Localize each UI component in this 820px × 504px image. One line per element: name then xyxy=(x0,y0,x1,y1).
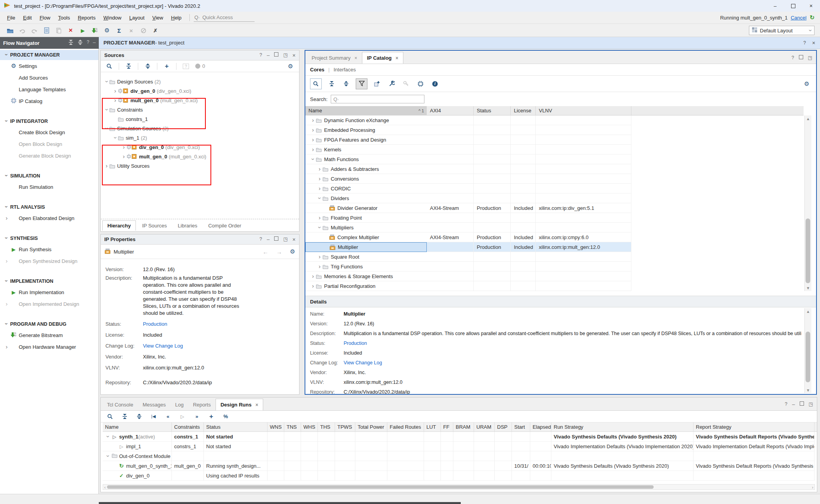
column-header-failed-routes[interactable]: Failed Routes xyxy=(387,422,424,431)
menu-view[interactable]: View xyxy=(148,13,167,22)
tab-cores[interactable]: Cores xyxy=(310,67,324,73)
sidebar-item-generate-block-design[interactable]: Generate Block Design xyxy=(0,150,98,161)
menu-edit[interactable]: Edit xyxy=(19,13,36,22)
ip-catalog-row[interactable]: Divider GeneratorAXI4-StreamProductionIn… xyxy=(305,203,804,213)
layout-selector[interactable]: Default Layout › xyxy=(749,26,815,35)
search-icon[interactable] xyxy=(310,78,322,89)
flow-section-header[interactable]: ›IP INTEGRATOR xyxy=(0,116,98,126)
chevron-right-icon[interactable]: › xyxy=(6,302,8,306)
ip-catalog-row[interactable]: ›Floating Point xyxy=(305,213,804,223)
ip-name-cell[interactable]: ›Adders & Subtracters xyxy=(305,164,427,174)
chevron-right-icon[interactable]: › xyxy=(319,167,321,171)
flow-section-header[interactable]: ›PROJECT MANAGER xyxy=(0,50,98,60)
sidebar-item-create-block-design[interactable]: Create Block Design xyxy=(0,126,98,138)
customize-icon[interactable] xyxy=(387,80,396,88)
sidebar-item-language-templates[interactable]: Language Templates xyxy=(0,83,98,95)
menu-file[interactable]: File xyxy=(3,13,19,22)
help-icon[interactable]: ? xyxy=(785,401,788,407)
ip-catalog-row[interactable]: ›Adders & Subtracters xyxy=(305,164,804,174)
sources-panel-header[interactable]: Sources ?–◳× xyxy=(101,50,299,60)
scroll-up-icon[interactable]: ▲ xyxy=(805,115,811,122)
column-header-axi4[interactable]: AXI4 xyxy=(427,106,474,115)
chevron-right-icon[interactable]: › xyxy=(114,89,116,93)
flow-section-header[interactable]: ›SIMULATION xyxy=(0,171,98,181)
ip-properties-header[interactable]: IP Properties ?–◳× xyxy=(101,234,299,245)
ip-catalog-row[interactable]: ›Square Root xyxy=(305,252,804,262)
sidebar-item-settings[interactable]: ⚙Settings xyxy=(0,60,98,72)
chevron-down-icon[interactable]: › xyxy=(105,80,109,82)
column-header-report-strategy[interactable]: Report Strategy xyxy=(693,422,815,431)
tab-tcl-console[interactable]: Tcl Console xyxy=(102,399,138,410)
percent-icon[interactable]: % xyxy=(221,412,230,421)
ip-name-cell[interactable]: ›Math Functions xyxy=(305,154,427,164)
source-tree-item[interactable]: ›sim_1(2) xyxy=(101,133,299,142)
column-header-dsp[interactable]: DSP xyxy=(495,422,512,431)
ip-name-cell[interactable]: Multiplier xyxy=(305,242,427,252)
scroll-up-icon[interactable]: ▲ xyxy=(805,308,811,314)
column-header-start[interactable]: Start xyxy=(512,422,530,431)
chevron-down-icon[interactable]: › xyxy=(4,280,8,282)
chevron-right-icon[interactable]: › xyxy=(6,345,8,349)
chevron-down-icon[interactable]: › xyxy=(106,455,110,457)
scroll-left-icon[interactable]: ‹ xyxy=(104,484,106,490)
ip-name-cell[interactable]: ›Kernels xyxy=(305,145,427,154)
settings-icon[interactable]: ⚙ xyxy=(802,80,811,88)
plus-icon[interactable]: + xyxy=(162,62,171,71)
collapse-all-icon[interactable] xyxy=(120,412,129,421)
ip-catalog-row[interactable]: MultiplierProductionIncludedxilinx.com:i… xyxy=(305,242,804,252)
help-icon[interactable]: ? xyxy=(803,40,806,46)
ip-name-cell[interactable]: ›FPGA Features and Design xyxy=(305,135,427,145)
column-header-wns[interactable]: WNS xyxy=(267,422,284,431)
column-header-lut[interactable]: LUT xyxy=(424,422,441,431)
ip-catalog-row[interactable]: ›Dynamic Function eXchange xyxy=(305,115,804,125)
chevron-right-icon[interactable]: › xyxy=(319,186,321,190)
chevron-right-icon[interactable]: › xyxy=(319,177,321,181)
chevron-down-icon[interactable]: › xyxy=(311,158,315,160)
source-tree-item[interactable]: ›mult_gen_0(mult_gen_0.xci) xyxy=(101,152,299,161)
help-icon[interactable]: ? xyxy=(791,55,794,60)
ip-catalog-row[interactable]: ›Dividers xyxy=(305,193,804,203)
step-back-icon[interactable]: « xyxy=(163,412,173,421)
search-icon[interactable] xyxy=(105,412,115,421)
chevron-down-icon[interactable]: › xyxy=(4,120,8,122)
sidebar-item-open-synthesized-design[interactable]: ›Open Synthesized Design xyxy=(0,255,98,267)
ip-name-cell[interactable]: Divider Generator xyxy=(305,203,427,213)
ip-catalog-row[interactable]: ›Memories & Storage Elements xyxy=(305,272,804,281)
column-header-tpws[interactable]: TPWS xyxy=(335,422,355,431)
help-icon[interactable]: ? xyxy=(87,39,89,46)
tab-messages[interactable]: Messages xyxy=(138,399,170,410)
ip-name-cell[interactable]: ›Partial Reconfiguration xyxy=(305,281,427,291)
column-header-license[interactable]: License xyxy=(511,106,536,115)
design-run-row[interactable]: ›▷synth_1 (active)constrs_1Not startedVi… xyxy=(103,432,817,442)
tab-log[interactable]: Log xyxy=(170,399,188,410)
chevron-right-icon[interactable]: › xyxy=(6,216,8,220)
sidebar-item-add-sources[interactable]: Add Sources xyxy=(0,72,98,83)
ip-name-cell[interactable]: ›Embedded Processing xyxy=(305,125,427,135)
column-header-bram[interactable]: BRAM xyxy=(453,422,474,431)
design-run-row[interactable]: ›Out-of-Context Module Runs xyxy=(103,451,817,461)
source-tree-item[interactable]: ›Utility Sources xyxy=(101,161,299,170)
column-header-ff[interactable]: FF xyxy=(441,422,453,431)
menu-tools[interactable]: Tools xyxy=(54,13,74,22)
ip-catalog-row[interactable]: ›Embedded Processing xyxy=(305,125,804,135)
tab-libraries[interactable]: Libraries xyxy=(173,221,202,231)
help-icon[interactable]: ? xyxy=(260,236,262,243)
ip-name-cell[interactable]: ›Memories & Storage Elements xyxy=(305,272,427,281)
field-value-link[interactable]: Production xyxy=(143,321,167,328)
filter-icon[interactable] xyxy=(356,78,367,89)
chevron-right-icon[interactable]: › xyxy=(312,274,314,278)
flow-section-header[interactable]: ›SYNTHESIS xyxy=(0,233,98,243)
run-icon[interactable]: ▶ xyxy=(78,26,87,35)
close-icon[interactable]: × xyxy=(812,40,815,46)
column-header-status[interactable]: Status xyxy=(474,106,511,115)
settings-icon[interactable]: ⚙ xyxy=(290,248,295,255)
document-icon[interactable] xyxy=(42,26,51,35)
column-header-whs[interactable]: WHS xyxy=(301,422,318,431)
ip-name-cell[interactable]: ›Multipliers xyxy=(305,223,427,232)
generate-icon[interactable] xyxy=(416,80,425,88)
design-run-row[interactable]: ▷impl_1constrs_1Not startedVivado Implem… xyxy=(103,442,817,451)
flow-section-header[interactable]: ›PROGRAM AND DEBUG xyxy=(0,319,98,329)
source-tree-item[interactable]: ›mult_gen_0(mult_gen_0.xci) xyxy=(101,96,299,105)
column-header-tns[interactable]: TNS xyxy=(284,422,301,431)
tab-reports[interactable]: Reports xyxy=(188,399,216,410)
